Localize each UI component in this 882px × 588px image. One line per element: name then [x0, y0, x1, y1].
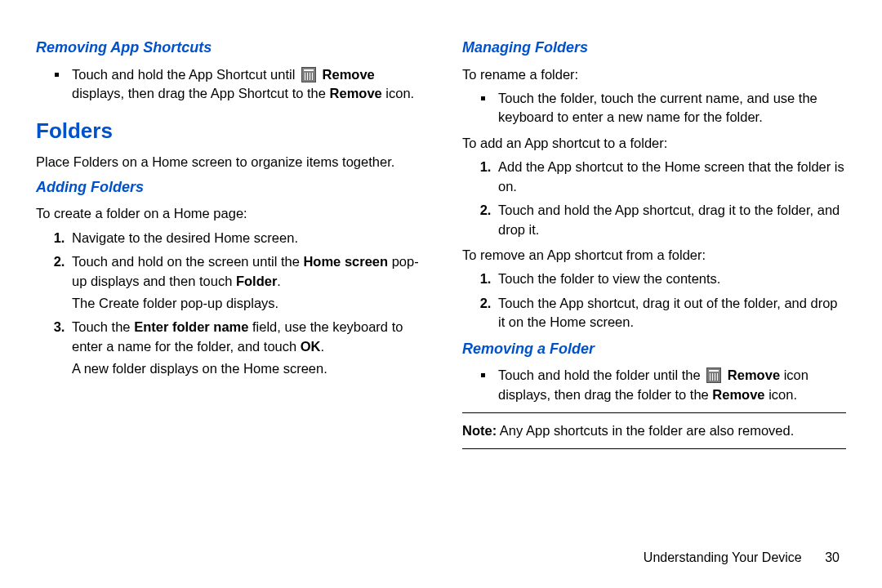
add-shortcut-intro: To add an App shortcut to a folder:	[462, 134, 846, 153]
text: Touch and hold the folder until the	[498, 368, 704, 382]
remove-shortcut-steps: Touch the folder to view the contents. T…	[495, 270, 846, 332]
heading-removing-folder: Removing a Folder	[462, 339, 846, 360]
trash-icon	[706, 368, 721, 383]
note-text: Any App shortcuts in the folder are also…	[497, 423, 794, 438]
page-number: 30	[825, 550, 840, 564]
footer-section: Understanding Your Device	[644, 550, 802, 564]
heading-removing-app-shortcuts: Removing App Shortcuts	[36, 38, 420, 59]
remove-label: Remove	[323, 67, 375, 82]
text: Touch and hold on the screen until the	[72, 254, 303, 269]
list-item: Add the App shortcut to the Home screen …	[495, 158, 846, 196]
removing-folder-list: Touch and hold the folder until the Remo…	[495, 366, 846, 404]
home-screen-label: Home screen	[303, 254, 388, 269]
enter-folder-name-label: Enter folder name	[134, 319, 248, 334]
add-shortcut-steps: Add the App shortcut to the Home screen …	[495, 158, 846, 239]
left-column: Removing App Shortcuts Touch and hold th…	[36, 33, 420, 572]
text: Navigate to the desired Home screen.	[72, 230, 298, 245]
text: icon.	[765, 387, 797, 402]
note: Note: Any App shortcuts in the folder ar…	[462, 421, 846, 440]
divider	[462, 448, 846, 449]
divider	[462, 412, 846, 413]
list-item: Touch and hold the App shortcut, drag it…	[495, 201, 846, 239]
page-footer: Understanding Your Device 30	[644, 550, 840, 565]
text: The Create folder pop-up displays.	[72, 294, 420, 313]
folders-intro: Place Folders on a Home screen to organi…	[36, 153, 420, 172]
list-item: Navigate to the desired Home screen.	[69, 229, 420, 247]
folder-label: Folder	[236, 274, 277, 288]
remove-label: Remove	[728, 368, 780, 382]
removing-app-list: Touch and hold the App Shortcut until Re…	[69, 65, 420, 104]
adding-intro: To create a folder on a Home page:	[36, 204, 420, 223]
text: .	[277, 274, 281, 288]
heading-managing-folders: Managing Folders	[462, 38, 846, 59]
heading-adding-folders: Adding Folders	[36, 177, 420, 198]
note-label: Note:	[462, 423, 497, 438]
list-item: Touch the folder to view the contents.	[495, 270, 846, 288]
text: Touch the folder to view the contents.	[498, 271, 720, 286]
list-item: Touch and hold the folder until the Remo…	[495, 366, 846, 404]
list-item: Touch and hold on the screen until the H…	[69, 252, 420, 313]
text: .	[321, 339, 325, 354]
remove-label: Remove	[712, 387, 764, 402]
list-item: Touch the App shortcut, drag it out of t…	[495, 294, 846, 332]
heading-folders: Folders	[36, 116, 420, 146]
trash-icon	[301, 67, 316, 82]
list-item: Touch the Enter folder name field, use t…	[69, 318, 420, 378]
text: Touch the folder, touch the current name…	[498, 91, 817, 124]
text: Touch the App shortcut, drag it out of t…	[498, 296, 838, 329]
ok-label: OK	[301, 339, 321, 354]
text: displays, then drag the App Shortcut to …	[72, 86, 330, 100]
rename-list: Touch the folder, touch the current name…	[495, 89, 846, 127]
list-item: Touch and hold the App Shortcut until Re…	[69, 65, 420, 104]
text: icon.	[382, 86, 414, 100]
remove-shortcut-intro: To remove an App shortcut from a folder:	[462, 246, 846, 265]
text: Touch and hold the App shortcut, drag it…	[498, 203, 840, 236]
text: Touch and hold the App Shortcut until	[72, 67, 299, 82]
right-column: Managing Folders To rename a folder: Tou…	[462, 33, 846, 572]
rename-intro: To rename a folder:	[462, 65, 846, 84]
text: Touch the	[72, 319, 134, 334]
list-item: Touch the folder, touch the current name…	[495, 89, 846, 127]
adding-steps: Navigate to the desired Home screen. Tou…	[69, 229, 420, 379]
text: A new folder displays on the Home screen…	[72, 359, 420, 378]
remove-label: Remove	[330, 86, 382, 100]
text: Add the App shortcut to the Home screen …	[498, 159, 844, 193]
page: Removing App Shortcuts Touch and hold th…	[0, 0, 882, 588]
